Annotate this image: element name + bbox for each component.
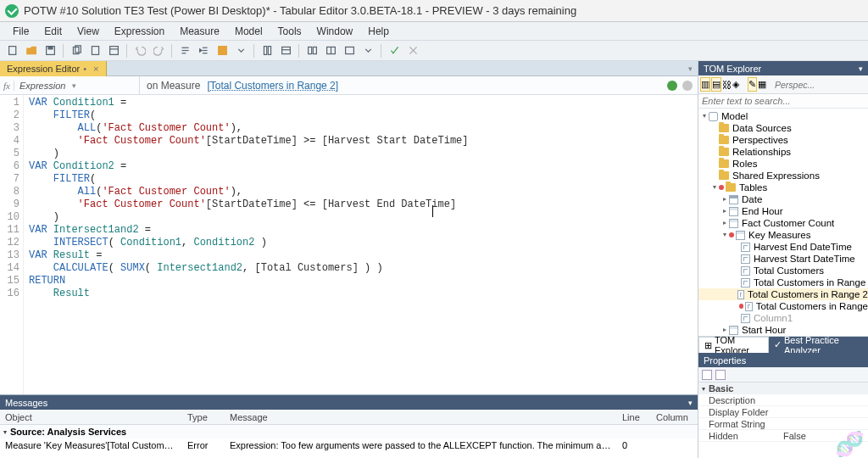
code-area[interactable]: VAR Condition1 = FILTER( ALL('Fact Custo… [24,95,474,394]
tree-node[interactable]: Relationships [698,146,868,158]
menu-measure[interactable]: Measure [172,24,227,39]
tom-edit-icon[interactable]: ✎ [748,77,757,92]
message-row[interactable]: Measure 'Key Measures'[Total Customers i… [0,438,698,452]
toolbar-properties-icon[interactable] [105,42,122,59]
toolbar-open-icon[interactable] [23,42,40,59]
tree-node[interactable]: ▾Model [698,110,868,122]
col-message[interactable]: Message [225,412,617,422]
tab-dropdown-icon[interactable]: ▾ [688,64,698,73]
toolbar-dropdown-icon[interactable] [232,42,249,59]
tom-dropdown-icon[interactable]: ▾ [859,64,863,73]
svg-rect-16 [268,47,270,55]
toolbar-redo-icon[interactable] [150,42,167,59]
props-categorized-icon[interactable] [702,370,712,380]
menu-tools[interactable]: Tools [270,24,309,39]
tom-toolbar: ▥ ▤ ⛓ ◈ ✎ ▦ [698,75,868,94]
tree-node[interactable]: Shared Expressions [698,170,868,182]
discard-icon[interactable] [682,81,693,91]
toolbar-new-icon[interactable] [4,42,21,59]
menu-bar: File Edit View Expression Measure Model … [0,22,868,41]
toolbar-measure-icon[interactable] [214,42,231,59]
tree-node[interactable]: Column1 [698,312,868,324]
tree-node[interactable]: Data Sources [698,122,868,134]
toolbar-table-icon[interactable] [277,42,294,59]
tree-node[interactable]: ▸Date [698,193,868,205]
toolbar-col-icon[interactable] [259,42,275,59]
fx-context-link[interactable]: [Total Customers in Range 2] [207,80,338,92]
tom-view-folders-icon[interactable]: ▥ [700,77,710,92]
commit-icon[interactable] [667,81,677,91]
toolbar-indent-icon[interactable] [195,42,212,59]
messages-dropdown-icon[interactable]: ▾ [688,399,693,407]
tab-best-practice[interactable]: ✓ Best Practice Analyzer [769,337,868,353]
tom-search-input[interactable] [702,96,865,106]
svg-rect-23 [345,47,353,53]
properties-grid[interactable]: ▾Basic DescriptionDisplay FolderFormat S… [698,383,868,458]
messages-title: Messages [5,398,47,408]
fx-bar: fx Expression ▾ on Measure [Total Custom… [0,76,698,95]
expression-editor-tab[interactable]: Expression Editor • × [0,61,107,76]
toolbar-save-icon[interactable] [42,42,58,59]
close-icon[interactable]: × [93,64,98,74]
pin-icon[interactable]: • [83,64,86,74]
col-column[interactable]: Column [651,412,698,422]
window-title: POTW #10 Solution TE3 Test (Power BI Des… [24,4,576,17]
menu-edit[interactable]: Edit [36,24,70,39]
tab-tom-explorer[interactable]: ⊞ TOM Explorer [698,337,769,353]
tom-view-columns-icon[interactable]: ▤ [711,77,721,92]
toolbar-accept-icon[interactable] [386,42,403,59]
tom-grid-icon[interactable]: ▦ [758,77,766,92]
menu-window[interactable]: Window [309,24,361,39]
menu-expression[interactable]: Expression [107,24,172,39]
tree-node[interactable]: Perspectives [698,134,868,146]
toolbar-undo-icon[interactable] [131,42,148,59]
col-type[interactable]: Type [182,412,225,422]
svg-rect-6 [109,47,118,55]
menu-model[interactable]: Model [227,24,270,39]
msg-line: 0 [617,440,651,450]
fx-property-select[interactable]: Expression [14,81,70,91]
tree-node[interactable]: Total Customers in Range 2 [698,288,868,300]
perspective-select[interactable] [775,80,868,90]
tom-hierarchy-icon[interactable]: ⛓ [722,77,732,92]
tree-node[interactable]: Roles [698,158,868,170]
toolbar-view2-icon[interactable] [322,42,339,59]
toolbar-copy-icon[interactable] [68,42,85,59]
toolbar-paste-icon[interactable] [86,42,103,59]
menu-file[interactable]: File [5,24,36,39]
tree-node[interactable]: ▸Fact Customer Count [698,217,868,229]
document-tab-bar: Expression Editor • × ▾ [0,61,698,76]
tree-node[interactable]: ▾Tables [698,182,868,193]
msg-object: Measure 'Key Measures'[Total Customers i… [0,440,182,450]
chevron-down-icon[interactable]: ▾ [70,81,81,90]
messages-source-group[interactable]: ▾ Source: Analysis Services [0,425,698,438]
property-row[interactable]: Display Folder [698,406,868,418]
toolbar-format-icon[interactable] [176,42,193,59]
toolbar-dropdown2-icon[interactable] [359,42,376,59]
text-cursor [432,205,433,217]
col-object[interactable]: Object [0,412,182,422]
property-row[interactable]: Description [698,394,868,406]
toolbar-view1-icon[interactable] [303,42,320,59]
tree-node[interactable]: Harvest End DateTime [698,241,868,253]
tree-node[interactable]: Harvest Start DateTime [698,253,868,265]
prop-category-basic[interactable]: ▾Basic [698,383,868,394]
tom-filter-icon[interactable]: ◈ [732,77,739,92]
col-line[interactable]: Line [617,412,651,422]
props-alpha-icon[interactable] [715,370,726,380]
watermark-icon: 🧬 [835,430,865,458]
tree-node[interactable]: Total Customers in Range [698,300,868,312]
tree-node[interactable]: ▸End Hour [698,205,868,217]
dax-editor[interactable]: 12345678910111213141516 VAR Condition1 =… [0,95,698,394]
menu-help[interactable]: Help [360,24,397,39]
line-gutter: 12345678910111213141516 [0,95,24,394]
tree-node[interactable]: ▾Key Measures [698,229,868,241]
tree-node[interactable]: Total Customers [698,265,868,276]
tom-tree[interactable]: ▾ModelData SourcesPerspectivesRelationsh… [698,109,868,336]
menu-view[interactable]: View [70,24,107,39]
toolbar-cancel-icon[interactable] [404,42,421,59]
toolbar-view3-icon[interactable] [341,42,358,59]
property-row[interactable]: Format String [698,418,868,430]
tree-node[interactable]: Total Customers in Range [698,276,868,288]
svg-rect-17 [281,47,290,53]
